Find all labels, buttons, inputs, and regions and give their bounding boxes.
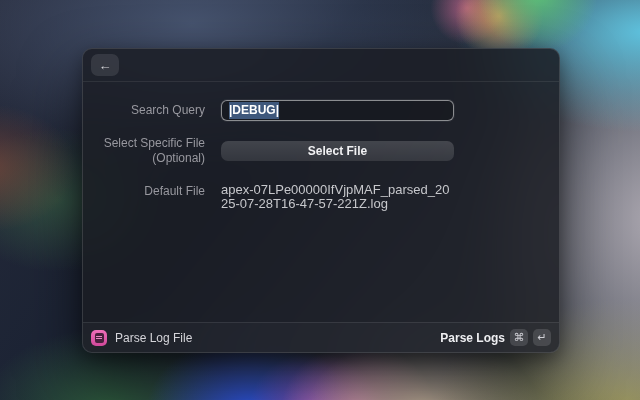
select-file-label: Select Specific File (Optional): [99, 136, 205, 166]
app-icon: [91, 330, 107, 346]
select-file-row: Select Specific File (Optional) Select F…: [83, 136, 559, 166]
form: Search Query |DEBUG| Select Specific Fil…: [83, 82, 559, 322]
parse-log-file-window: ← Search Query |DEBUG| Select Specific F…: [82, 48, 560, 353]
default-file-row: Default File apex-07LPe00000IfVjpMAF_par…: [83, 183, 559, 211]
search-query-label: Search Query: [99, 103, 205, 118]
footer-action-bar: Parse Log File Parse Logs ⌘ ↵: [83, 322, 559, 352]
search-query-row: Search Query |DEBUG|: [83, 100, 559, 121]
document-icon: [95, 333, 104, 343]
back-arrow-icon: ←: [99, 59, 112, 72]
back-button[interactable]: ←: [91, 54, 119, 76]
app-name: Parse Log File: [115, 331, 192, 345]
enter-key-icon: ↵: [533, 329, 551, 346]
search-query-input[interactable]: |DEBUG|: [221, 100, 454, 121]
parse-logs-action[interactable]: Parse Logs: [440, 331, 505, 345]
search-query-selected-text: |DEBUG|: [229, 102, 279, 119]
titlebar: ←: [83, 49, 559, 82]
default-file-value: apex-07LPe00000IfVjpMAF_parsed_2025-07-2…: [221, 183, 454, 211]
default-file-label: Default File: [99, 183, 205, 199]
cmd-key-icon: ⌘: [510, 329, 528, 346]
select-file-button[interactable]: Select File: [221, 141, 454, 161]
